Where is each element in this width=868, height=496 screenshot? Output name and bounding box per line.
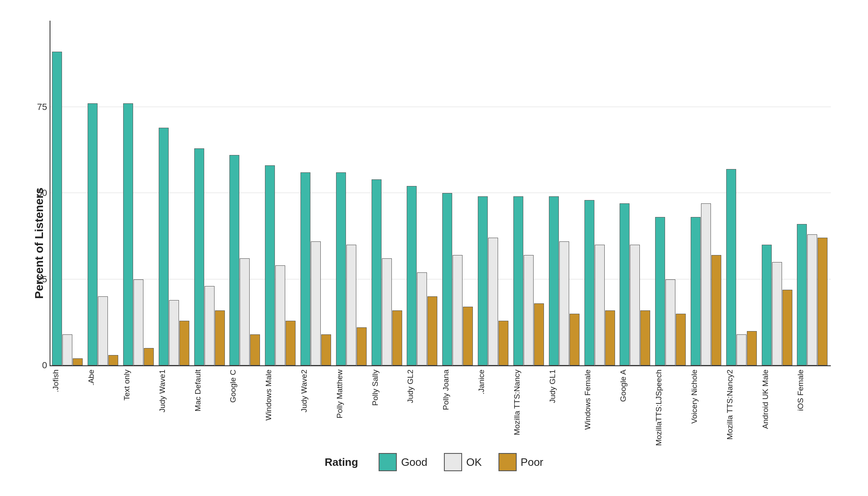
bar-google-a-poor	[640, 310, 650, 365]
legend-title: Rating	[325, 456, 358, 469]
x-label-text: Mozilla TTS:Nancy	[513, 370, 522, 435]
bar-mozilla-tts:nancy2-poor	[747, 331, 757, 365]
bar-judy-gl2-ok	[417, 272, 427, 365]
x-label-item: Voicery Nichole	[688, 370, 724, 424]
legend-label-good: Good	[401, 456, 427, 469]
bar-google-c-ok	[240, 258, 250, 365]
chart-container: Percent of Listeners 0255075 .Jofish.Abe…	[29, 21, 839, 475]
bar-.jofish-poor	[73, 358, 83, 365]
bar-judy-gl1-ok	[559, 241, 569, 365]
bar-windows-female-good	[584, 200, 594, 365]
bar-.jofish-ok	[62, 334, 72, 365]
bar-google-a-ok	[630, 245, 640, 365]
x-label-item: Mac Default	[191, 370, 227, 411]
bar-mozilla-tts:nancy-ok	[524, 255, 534, 365]
bar-judy-wave2-good	[300, 172, 310, 365]
bar-polly-matthew-poor	[357, 327, 367, 365]
y-axis-label: Percent of Listeners	[29, 21, 50, 441]
bar-judy-wave1-ok	[169, 300, 179, 365]
bar-google-a-good	[620, 203, 630, 365]
bar-.abe-poor	[108, 355, 118, 365]
bar-judy-wave2-poor	[321, 334, 331, 365]
bar-mozillatts:ljspeech-poor	[676, 314, 686, 365]
bar-polly-sally-ok	[382, 258, 392, 365]
x-labels: .Jofish.AbeText onlyJudy Wave1Mac Defaul…	[50, 366, 831, 441]
x-label-text: .Abe	[87, 370, 96, 386]
x-label-item: .Jofish	[50, 370, 85, 392]
bar-mozilla-tts:nancy-good	[513, 196, 523, 365]
x-label-item: Google A	[617, 370, 653, 402]
x-label-text: Judy Wave2	[300, 370, 309, 413]
bar-judy-gl2-poor	[427, 296, 437, 365]
legend-item-good: Good	[379, 453, 427, 471]
legend-swatch-poor	[498, 453, 517, 471]
x-label-text: Windows Male	[264, 370, 273, 421]
y-tick-label: 50	[37, 188, 47, 198]
x-label-item: Windows Male	[262, 370, 298, 421]
x-label-item: Polly Sally	[369, 370, 404, 406]
bar-mac-default-good	[194, 148, 204, 365]
bar-judy-gl2-good	[407, 186, 417, 365]
x-label-text: Polly Matthew	[335, 370, 344, 418]
bar-android-uk-male-ok	[772, 262, 782, 365]
x-label-text: Polly Sally	[371, 370, 380, 406]
x-label-text: Judy GL1	[548, 370, 557, 403]
legend-label-poor: Poor	[521, 456, 544, 469]
x-label-text: Google C	[229, 370, 238, 403]
bar-.janice-ok	[488, 238, 498, 365]
x-label-text: Voicery Nichole	[690, 370, 699, 424]
bar-text-only-good	[123, 103, 133, 365]
legend-item-poor: Poor	[498, 453, 544, 471]
bar-voicery-nichole-poor	[711, 255, 721, 365]
bar-polly-joana-good	[442, 193, 452, 365]
bar-polly-joana-ok	[453, 255, 463, 365]
x-label-item: Android UK Male	[759, 370, 794, 429]
bar-.abe-ok	[98, 296, 108, 365]
x-label-text: Polly Joana	[441, 370, 451, 410]
x-label-text: Windows Female	[583, 370, 592, 430]
bar-polly-joana-poor	[463, 307, 473, 365]
bar-text-only-ok	[134, 279, 143, 366]
bar-polly-sally-good	[372, 179, 382, 365]
x-label-text: Mozilla TTS:Nancy2	[725, 370, 734, 440]
bar-.janice-poor	[498, 321, 508, 365]
bar-android-uk-male-good	[762, 245, 772, 365]
bar-mozilla-tts:nancy2-good	[726, 169, 736, 365]
legend-label-ok: OK	[466, 456, 482, 469]
bar-windows-male-good	[265, 165, 275, 365]
bar-.abe-good	[88, 103, 98, 365]
x-label-text: Mac Default	[193, 370, 203, 411]
x-label-item: .Abe	[85, 370, 121, 386]
bar-ios-female-poor	[818, 238, 827, 365]
x-label-item: Mozilla TTS:Nancy	[511, 370, 546, 435]
y-tick-label: 75	[37, 102, 47, 112]
x-label-item: Judy Wave1	[156, 370, 191, 413]
bar-judy-wave1-good	[159, 128, 169, 365]
x-label-text: Android UK Male	[761, 370, 770, 429]
bar-judy-wave2-ok	[311, 241, 321, 365]
x-label-item: iOS Female	[794, 370, 830, 411]
x-label-item: Polly Joana	[440, 370, 475, 410]
bar-mac-default-poor	[215, 310, 225, 365]
x-label-text: MozillaTTS:LJSpeech	[654, 370, 663, 446]
bar-judy-gl1-good	[549, 196, 559, 365]
bar-ios-female-ok	[807, 234, 817, 365]
chart-area: Percent of Listeners 0255075 .Jofish.Abe…	[29, 21, 839, 441]
bar-google-c-poor	[250, 334, 260, 365]
y-tick-label: 0	[42, 360, 47, 371]
bar-mac-default-ok	[205, 286, 215, 365]
plot-area: 0255075 .Jofish.AbeText onlyJudy Wave1Ma…	[50, 21, 839, 441]
x-label-item: Windows Female	[582, 370, 617, 430]
bar-judy-gl1-poor	[570, 314, 579, 365]
bar-text-only-poor	[144, 348, 154, 365]
bar-mozillatts:ljspeech-ok	[665, 279, 675, 366]
bar-windows-female-poor	[605, 310, 615, 365]
bars-and-grid: 0255075	[50, 21, 831, 366]
bar-polly-matthew-ok	[346, 245, 356, 365]
x-label-text: Judy Wave1	[158, 370, 167, 413]
bar-mozilla-tts:nancy-poor	[534, 303, 544, 365]
bar-.jofish-good	[52, 52, 62, 365]
bar-mozillatts:ljspeech-good	[655, 217, 665, 365]
bar-polly-matthew-good	[336, 172, 346, 365]
bar-windows-female-ok	[595, 245, 605, 365]
